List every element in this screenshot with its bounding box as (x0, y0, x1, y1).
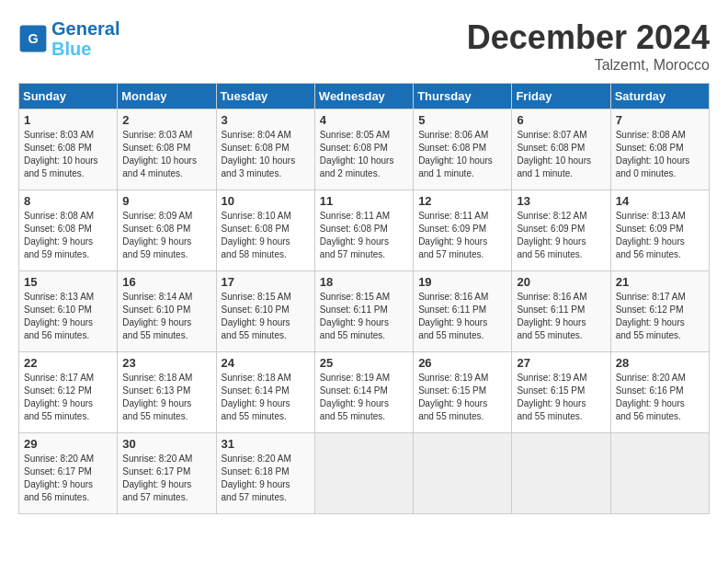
calendar-day-cell: 7Sunrise: 8:08 AM Sunset: 6:08 PM Daylig… (610, 109, 709, 190)
day-number: 29 (24, 437, 112, 451)
calendar-day-cell: 11Sunrise: 8:11 AM Sunset: 6:08 PM Dayli… (314, 190, 413, 271)
calendar-day-cell (610, 433, 709, 514)
day-number: 13 (517, 194, 605, 208)
logo-text: GeneralBlue (51, 18, 119, 59)
day-info: Sunrise: 8:20 AM Sunset: 6:18 PM Dayligh… (222, 453, 310, 504)
day-number: 30 (122, 437, 210, 451)
day-info: Sunrise: 8:03 AM Sunset: 6:08 PM Dayligh… (24, 129, 112, 180)
day-info: Sunrise: 8:13 AM Sunset: 6:09 PM Dayligh… (616, 210, 704, 261)
calendar-week-row: 15Sunrise: 8:13 AM Sunset: 6:10 PM Dayli… (19, 271, 710, 352)
day-info: Sunrise: 8:19 AM Sunset: 6:15 PM Dayligh… (517, 372, 605, 423)
day-number: 18 (320, 275, 408, 289)
day-info: Sunrise: 8:16 AM Sunset: 6:11 PM Dayligh… (517, 291, 605, 342)
day-info: Sunrise: 8:20 AM Sunset: 6:16 PM Dayligh… (616, 372, 704, 423)
day-info: Sunrise: 8:15 AM Sunset: 6:10 PM Dayligh… (222, 291, 310, 342)
calendar-day-cell: 1Sunrise: 8:03 AM Sunset: 6:08 PM Daylig… (19, 109, 118, 190)
day-number: 24 (222, 356, 310, 370)
calendar-day-cell: 2Sunrise: 8:03 AM Sunset: 6:08 PM Daylig… (118, 109, 216, 190)
calendar-day-cell: 16Sunrise: 8:14 AM Sunset: 6:10 PM Dayli… (118, 271, 216, 352)
day-number: 9 (122, 194, 210, 208)
day-number: 10 (222, 194, 310, 208)
day-info: Sunrise: 8:07 AM Sunset: 6:08 PM Dayligh… (517, 129, 605, 180)
day-info: Sunrise: 8:18 AM Sunset: 6:13 PM Dayligh… (122, 372, 210, 423)
day-number: 19 (418, 275, 506, 289)
day-number: 11 (320, 194, 408, 208)
logo-icon: G (18, 24, 48, 53)
day-info: Sunrise: 8:11 AM Sunset: 6:09 PM Dayligh… (418, 210, 506, 261)
page-header: G GeneralBlue December 2024 Talzemt, Mor… (18, 18, 710, 74)
day-number: 20 (517, 275, 605, 289)
day-of-week-header: Thursday (414, 84, 512, 109)
day-info: Sunrise: 8:03 AM Sunset: 6:08 PM Dayligh… (122, 129, 210, 180)
calendar-day-cell: 19Sunrise: 8:16 AM Sunset: 6:11 PM Dayli… (414, 271, 512, 352)
day-of-week-header: Friday (512, 84, 610, 109)
calendar-day-cell: 18Sunrise: 8:15 AM Sunset: 6:11 PM Dayli… (314, 271, 413, 352)
calendar-day-cell: 29Sunrise: 8:20 AM Sunset: 6:17 PM Dayli… (19, 433, 118, 514)
calendar-day-cell: 15Sunrise: 8:13 AM Sunset: 6:10 PM Dayli… (19, 271, 118, 352)
calendar-week-row: 22Sunrise: 8:17 AM Sunset: 6:12 PM Dayli… (19, 352, 710, 433)
day-number: 25 (320, 356, 408, 370)
day-number: 1 (24, 113, 112, 127)
calendar-day-cell: 6Sunrise: 8:07 AM Sunset: 6:08 PM Daylig… (512, 109, 610, 190)
calendar-day-cell: 14Sunrise: 8:13 AM Sunset: 6:09 PM Dayli… (610, 190, 709, 271)
day-info: Sunrise: 8:20 AM Sunset: 6:17 PM Dayligh… (24, 453, 112, 504)
day-info: Sunrise: 8:12 AM Sunset: 6:09 PM Dayligh… (517, 210, 605, 261)
day-info: Sunrise: 8:13 AM Sunset: 6:10 PM Dayligh… (24, 291, 112, 342)
day-info: Sunrise: 8:14 AM Sunset: 6:10 PM Dayligh… (122, 291, 210, 342)
day-number: 17 (222, 275, 310, 289)
day-number: 3 (222, 113, 310, 127)
calendar-day-cell: 25Sunrise: 8:19 AM Sunset: 6:14 PM Dayli… (314, 352, 413, 433)
day-info: Sunrise: 8:17 AM Sunset: 6:12 PM Dayligh… (616, 291, 704, 342)
day-of-week-header: Tuesday (216, 84, 314, 109)
calendar-day-cell: 22Sunrise: 8:17 AM Sunset: 6:12 PM Dayli… (19, 352, 118, 433)
calendar-day-cell: 23Sunrise: 8:18 AM Sunset: 6:13 PM Dayli… (118, 352, 216, 433)
day-info: Sunrise: 8:20 AM Sunset: 6:17 PM Dayligh… (122, 453, 210, 504)
calendar-day-cell: 17Sunrise: 8:15 AM Sunset: 6:10 PM Dayli… (216, 271, 314, 352)
calendar-day-cell: 13Sunrise: 8:12 AM Sunset: 6:09 PM Dayli… (512, 190, 610, 271)
calendar-day-cell: 27Sunrise: 8:19 AM Sunset: 6:15 PM Dayli… (512, 352, 610, 433)
calendar-day-cell: 30Sunrise: 8:20 AM Sunset: 6:17 PM Dayli… (118, 433, 216, 514)
day-number: 12 (418, 194, 506, 208)
day-number: 15 (24, 275, 112, 289)
calendar-week-row: 8Sunrise: 8:08 AM Sunset: 6:08 PM Daylig… (19, 190, 710, 271)
title-block: December 2024 Talzemt, Morocco (467, 18, 710, 74)
calendar-week-row: 29Sunrise: 8:20 AM Sunset: 6:17 PM Dayli… (19, 433, 710, 514)
day-of-week-header: Wednesday (314, 84, 413, 109)
day-number: 28 (616, 356, 704, 370)
day-info: Sunrise: 8:11 AM Sunset: 6:08 PM Dayligh… (320, 210, 408, 261)
day-number: 21 (616, 275, 704, 289)
day-number: 26 (418, 356, 506, 370)
calendar-day-cell: 5Sunrise: 8:06 AM Sunset: 6:08 PM Daylig… (414, 109, 512, 190)
day-number: 22 (24, 356, 112, 370)
day-of-week-header: Sunday (19, 84, 118, 109)
calendar-day-cell: 3Sunrise: 8:04 AM Sunset: 6:08 PM Daylig… (216, 109, 314, 190)
calendar-day-cell (414, 433, 512, 514)
day-info: Sunrise: 8:06 AM Sunset: 6:08 PM Dayligh… (418, 129, 506, 180)
day-info: Sunrise: 8:09 AM Sunset: 6:08 PM Dayligh… (122, 210, 210, 261)
day-info: Sunrise: 8:19 AM Sunset: 6:15 PM Dayligh… (418, 372, 506, 423)
month-title: December 2024 (467, 18, 710, 57)
location-title: Talzemt, Morocco (467, 57, 710, 74)
day-info: Sunrise: 8:05 AM Sunset: 6:08 PM Dayligh… (320, 129, 408, 180)
calendar-day-cell: 8Sunrise: 8:08 AM Sunset: 6:08 PM Daylig… (19, 190, 118, 271)
calendar-day-cell: 28Sunrise: 8:20 AM Sunset: 6:16 PM Dayli… (610, 352, 709, 433)
day-info: Sunrise: 8:08 AM Sunset: 6:08 PM Dayligh… (616, 129, 704, 180)
calendar-day-cell: 12Sunrise: 8:11 AM Sunset: 6:09 PM Dayli… (414, 190, 512, 271)
day-of-week-row: SundayMondayTuesdayWednesdayThursdayFrid… (19, 84, 710, 109)
day-number: 7 (616, 113, 704, 127)
calendar-week-row: 1Sunrise: 8:03 AM Sunset: 6:08 PM Daylig… (19, 109, 710, 190)
calendar-day-cell: 4Sunrise: 8:05 AM Sunset: 6:08 PM Daylig… (314, 109, 413, 190)
day-number: 31 (222, 437, 310, 451)
calendar-day-cell: 10Sunrise: 8:10 AM Sunset: 6:08 PM Dayli… (216, 190, 314, 271)
day-info: Sunrise: 8:17 AM Sunset: 6:12 PM Dayligh… (24, 372, 112, 423)
day-of-week-header: Monday (118, 84, 216, 109)
calendar-day-cell: 9Sunrise: 8:09 AM Sunset: 6:08 PM Daylig… (118, 190, 216, 271)
day-info: Sunrise: 8:19 AM Sunset: 6:14 PM Dayligh… (320, 372, 408, 423)
calendar-day-cell: 31Sunrise: 8:20 AM Sunset: 6:18 PM Dayli… (216, 433, 314, 514)
calendar-day-cell: 20Sunrise: 8:16 AM Sunset: 6:11 PM Dayli… (512, 271, 610, 352)
day-info: Sunrise: 8:10 AM Sunset: 6:08 PM Dayligh… (222, 210, 310, 261)
calendar-body: 1Sunrise: 8:03 AM Sunset: 6:08 PM Daylig… (19, 109, 710, 514)
calendar-day-cell: 24Sunrise: 8:18 AM Sunset: 6:14 PM Dayli… (216, 352, 314, 433)
day-number: 27 (517, 356, 605, 370)
day-info: Sunrise: 8:15 AM Sunset: 6:11 PM Dayligh… (320, 291, 408, 342)
